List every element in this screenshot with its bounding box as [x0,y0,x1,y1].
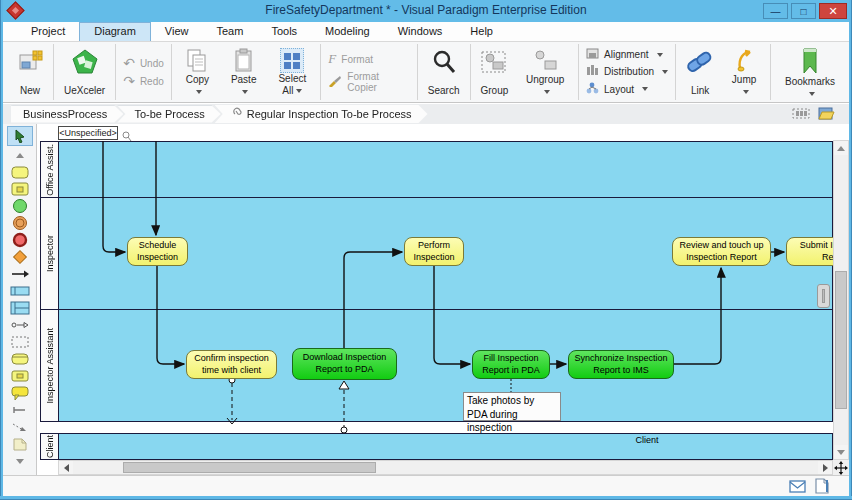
format-copier-button[interactable]: Format Copier [328,71,409,93]
task-confirm-inspection-time[interactable]: Confirm inspection time with client [186,350,277,379]
association-tool[interactable] [7,317,33,333]
link-button[interactable]: Link [683,46,717,98]
bracket-tool[interactable] [7,402,33,418]
task-download-inspection-report[interactable]: Download Inspection Report to PDA [292,348,397,380]
callout-tool[interactable] [7,385,33,401]
main-toolbar: New UeXceler ↶ Undo ↷ Redo [3,42,849,103]
window-border-left [0,0,3,500]
group-clipboard: Copy Paste Select All [172,44,322,100]
jump-button[interactable]: Jump [725,46,763,98]
panel-grip-handle[interactable] [817,284,830,308]
triangle-up-icon [837,146,845,151]
copy-icon [186,48,208,74]
task-fill-inspection-report[interactable]: Fill Inspection Report in PDA [472,350,550,379]
task-perform-inspection[interactable]: Perform Inspection [404,237,464,266]
messages-icon[interactable] [789,479,806,497]
undo-button[interactable]: ↶ Undo [123,56,164,70]
open-specification-icon[interactable] [817,106,835,123]
scroll-down-button[interactable] [834,445,848,459]
scroll-right-button[interactable] [818,461,832,474]
select-all-button[interactable]: Select All [271,46,313,98]
data-store-tool[interactable] [7,351,33,367]
ungroup-button[interactable]: Ungroup [519,46,571,98]
task-submit-inspection-report[interactable]: Submit Inspection Report [786,237,833,266]
close-button[interactable]: ✕ [819,3,847,19]
flow-schedule-to-confirm[interactable] [157,266,184,364]
format-button[interactable]: F Format [328,51,409,67]
horizontal-scroll-thumb[interactable] [123,462,376,473]
note-tool[interactable] [7,436,33,452]
group-search: Search [418,44,471,100]
breadcrumb: BusinessProcess To-be Process Regular In… [3,104,849,124]
redo-button[interactable]: ↷ Redo [123,74,164,88]
pan-diagram-button[interactable] [833,460,849,475]
vertical-scroll-thumb[interactable] [835,271,847,409]
pointer-tool[interactable] [7,126,33,146]
minimize-button[interactable]: — [763,3,788,19]
log-document-icon[interactable] [815,478,829,498]
alignment-icon [586,48,599,61]
gateway-tool[interactable] [7,249,33,265]
fit-to-window-icon[interactable] [792,106,810,123]
breadcrumb-tobe-process[interactable]: To-be Process [117,106,220,123]
scroll-up-button[interactable] [834,141,848,155]
data-object-tool[interactable] [7,368,33,384]
paste-button[interactable]: Paste [224,46,263,98]
task-synchronize-inspection-report[interactable]: Synchronize Inspection Report to IMS [568,350,674,379]
breadcrumb-business-process[interactable]: BusinessProcess [11,106,123,123]
layout-button[interactable]: Layout [586,82,668,96]
paperclip-icon [232,107,243,120]
sequence-flow-tool[interactable] [7,266,33,282]
group-shape-tool[interactable] [7,334,33,350]
alignment-button[interactable]: Alignment [586,48,668,61]
menu-help[interactable]: Help [456,22,507,41]
note-take-photos[interactable]: Take photos by PDA during inspection [463,392,561,421]
task-schedule-inspection[interactable]: Schedule Inspection [127,237,188,266]
diagram-canvas[interactable]: <Unspecified> Office Assist. Inspector I… [37,124,833,460]
distribution-button[interactable]: Distribution [586,65,668,78]
triangle-right-icon [823,464,828,472]
flow-download-to-perform[interactable] [344,252,402,348]
breadcrumb-regular-inspection[interactable]: Regular Inspection To-be Process [215,105,428,123]
task-review-inspection-report[interactable]: Review and touch up Inspection Report [672,237,771,266]
palette-scroll-down[interactable] [7,453,33,469]
layout-icon [586,82,599,96]
menu-windows[interactable]: Windows [384,22,457,41]
application-window: FireSafetyDepartment * - Visual Paradigm… [0,0,852,500]
search-button[interactable]: Search [425,46,463,98]
menu-tools[interactable]: Tools [257,22,311,41]
menu-view[interactable]: View [151,22,203,41]
vertical-scrollbar[interactable] [833,140,849,460]
menu-team[interactable]: Team [202,22,257,41]
uexceler-button[interactable]: UeXceler [61,46,108,98]
copy-button[interactable]: Copy [179,46,216,98]
redo-icon: ↷ [123,74,135,88]
menu-project[interactable]: Project [17,22,79,41]
horizontal-scrollbar[interactable] [58,460,833,475]
menu-modeling[interactable]: Modeling [311,22,384,41]
flow-perform-to-fill[interactable] [434,266,470,364]
subprocess-tool[interactable] [7,181,33,197]
pool-tool[interactable] [7,283,33,299]
task-tool[interactable] [7,164,33,180]
end-event-tool[interactable] [7,232,33,248]
scroll-left-button[interactable] [59,461,73,474]
flow-into-schedule-left[interactable] [103,141,125,252]
flow-connectors [37,124,833,460]
chevron-down-icon [544,90,550,94]
new-button[interactable]: New [14,46,46,98]
group-button[interactable]: Group [478,46,512,98]
bookmarks-button[interactable]: Bookmarks [778,46,842,98]
message-flow-client-to-download[interactable] [339,381,349,433]
intermediate-event-tool[interactable] [7,215,33,231]
group-uexceler: UeXceler [54,44,116,100]
palette-scroll-up[interactable] [7,147,33,163]
chevron-down-icon [809,92,815,96]
menu-diagram[interactable]: Diagram [79,22,151,41]
message-flow-confirm-to-client[interactable] [227,377,237,424]
flow-sync-to-review[interactable] [674,268,721,364]
dashed-flow-tool[interactable] [7,419,33,435]
start-event-tool[interactable] [7,198,33,214]
lane-tool[interactable] [7,300,33,316]
maximize-button[interactable]: □ [791,3,816,19]
